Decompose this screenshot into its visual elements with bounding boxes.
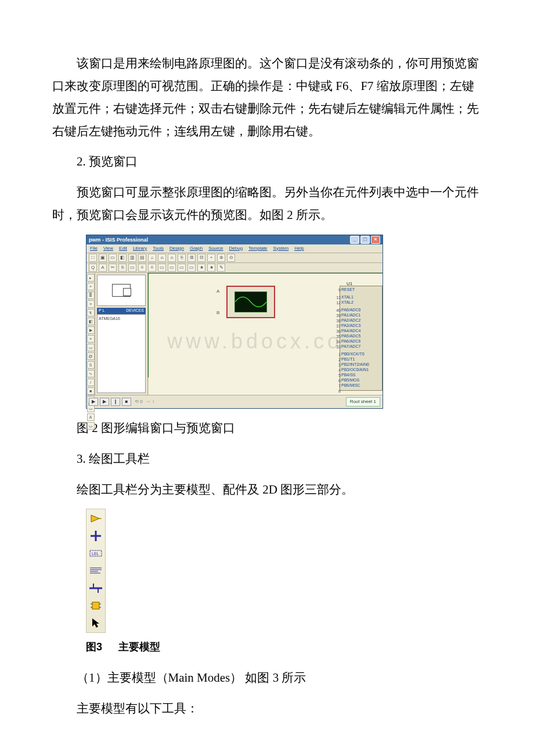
sim-stop[interactable]: ■ bbox=[122, 398, 131, 406]
menu-tools[interactable]: Tools bbox=[153, 244, 164, 253]
side-tool[interactable]: ◧ bbox=[87, 318, 95, 325]
toolbar-button[interactable]: ▭ bbox=[187, 264, 196, 272]
menu-debug[interactable]: Debug bbox=[229, 244, 243, 253]
side-tool[interactable]: S bbox=[87, 361, 95, 369]
sim-step[interactable]: ▶ bbox=[100, 398, 109, 406]
toolbar-button[interactable]: + bbox=[207, 254, 215, 262]
sim-play[interactable]: ▶ bbox=[89, 398, 98, 406]
toolbar-button[interactable]: ≡ bbox=[138, 264, 146, 272]
toolbar-row-2[interactable]: QA✂⎘▭≡≡▭▭▭▭★★✎ bbox=[86, 263, 383, 273]
toolbar-row-1[interactable]: □▣▭◧▥▤⌕⎌⎌⎘⊞⊟+⊕⊖ bbox=[86, 253, 383, 263]
script-icon[interactable] bbox=[89, 564, 103, 578]
menu-graph[interactable]: Graph bbox=[190, 244, 203, 253]
menu-bar[interactable]: FileViewEditLibraryToolsDesignGraphSourc… bbox=[86, 244, 383, 253]
side-tool[interactable]: ∿ bbox=[87, 370, 95, 377]
side-tool[interactable]: ▶ bbox=[87, 326, 95, 334]
toolbar-button[interactable]: ⌕ bbox=[148, 254, 156, 262]
menu-system[interactable]: System bbox=[273, 244, 289, 253]
chip-pin-label: PB0/XCK/T0 bbox=[341, 351, 381, 357]
isis-window: pwm - ISIS Professional _ □ × FileViewEd… bbox=[86, 235, 383, 409]
window-titlebar[interactable]: pwm - ISIS Professional _ □ × bbox=[86, 235, 383, 244]
side-panel: P L DEVICES ATMEGA16 bbox=[95, 273, 148, 395]
component-icon[interactable] bbox=[89, 512, 103, 525]
sheet-tab[interactable]: Root sheet 1 bbox=[346, 397, 380, 407]
chip-pin-label: PA3/ADC3 bbox=[341, 323, 381, 328]
label-icon[interactable]: LEL bbox=[89, 546, 103, 560]
toolbar-button[interactable]: ◧ bbox=[118, 254, 127, 262]
side-tool[interactable]: + bbox=[87, 283, 95, 290]
toolbar-button[interactable]: ✎ bbox=[217, 264, 225, 272]
junction-icon[interactable] bbox=[89, 529, 103, 543]
subcircuit-icon[interactable] bbox=[89, 599, 103, 613]
toolbar-button[interactable]: ✂ bbox=[109, 264, 117, 272]
toolbar-button[interactable]: ⊖ bbox=[227, 254, 235, 262]
preview-thumbnail bbox=[112, 284, 131, 297]
side-tool[interactable]: ≡ bbox=[87, 300, 95, 308]
toolbar-button[interactable]: ⎌ bbox=[168, 254, 176, 262]
chip-pin-number: 12 bbox=[336, 300, 341, 307]
chip-pin-label: PB3/OC0/AIN1 bbox=[341, 367, 381, 372]
toolbar-button[interactable]: ⊟ bbox=[197, 254, 205, 262]
chip-pin-label: RESET bbox=[341, 287, 381, 292]
figure-2: pwm - ISIS Professional _ □ × FileViewEd… bbox=[86, 235, 482, 409]
device-list-item[interactable]: ATMEGA16 bbox=[99, 315, 144, 323]
side-tool[interactable]: ▸ bbox=[87, 274, 95, 282]
side-tool[interactable]: ↯ bbox=[87, 309, 95, 316]
side-tool[interactable]: ▭ bbox=[87, 422, 95, 430]
oscilloscope[interactable] bbox=[226, 286, 275, 318]
toolbar-button[interactable]: ⎘ bbox=[178, 254, 186, 262]
toolbar-button[interactable]: ▣ bbox=[99, 254, 107, 262]
toolbar-button[interactable]: ⎘ bbox=[118, 264, 127, 272]
window-maximize-button[interactable]: □ bbox=[360, 236, 370, 244]
toolbar-button[interactable]: Q bbox=[89, 264, 97, 272]
status-bar: ▶▶‖■ ⟲ 0 ↔ ↕ Root sheet 1 bbox=[86, 395, 383, 408]
chip-pin-label: PB6/MISC bbox=[341, 383, 381, 388]
window-close-button[interactable]: × bbox=[371, 236, 380, 244]
toolbar-button[interactable]: ▭ bbox=[168, 264, 176, 272]
side-tool[interactable]: / bbox=[87, 379, 95, 386]
toolbar-button[interactable]: ▭ bbox=[178, 264, 186, 272]
toolbar-button[interactable]: ▭ bbox=[128, 264, 136, 272]
paragraph-toolbar-parts: 绘图工具栏分为主要模型、配件及 2D 图形三部分。 bbox=[52, 478, 482, 501]
side-tool[interactable]: ≡ bbox=[87, 335, 95, 343]
chip-pin-label: PA1/ADC1 bbox=[341, 312, 381, 318]
toolbar-button[interactable]: ▭ bbox=[109, 254, 117, 262]
toolbar-button[interactable]: ▥ bbox=[128, 254, 136, 262]
chip-pin-label: PA6/ADC6 bbox=[341, 339, 381, 344]
toolbar-button[interactable]: A bbox=[99, 264, 107, 272]
chip-pin-label: PB1/T1 bbox=[341, 357, 381, 362]
menu-view[interactable]: View bbox=[103, 244, 113, 253]
toolbar-button[interactable]: ≡ bbox=[148, 264, 156, 272]
toolbar-button[interactable]: ★ bbox=[207, 264, 215, 272]
bus-icon[interactable] bbox=[89, 581, 103, 595]
menu-source[interactable]: Source bbox=[208, 244, 223, 253]
side-tool[interactable]: ≣ bbox=[87, 291, 95, 299]
toolbar-button[interactable]: ⊕ bbox=[217, 254, 225, 262]
device-list[interactable]: ATMEGA16 bbox=[97, 314, 146, 393]
side-tool[interactable]: @ bbox=[87, 352, 95, 360]
device-list-header[interactable]: P L DEVICES bbox=[97, 308, 146, 314]
svg-rect-13 bbox=[92, 602, 99, 609]
side-tool[interactable]: ■ bbox=[87, 387, 95, 395]
preview-pane[interactable] bbox=[97, 275, 146, 306]
menu-edit[interactable]: Edit bbox=[119, 244, 127, 253]
side-tool[interactable]: A bbox=[87, 413, 95, 421]
menu-design[interactable]: Design bbox=[169, 244, 184, 253]
schematic-canvas[interactable]: www.bdocx.com A B U1 RESETXTAL1XTAL2PA0/… bbox=[148, 273, 383, 395]
window-minimize-button[interactable]: _ bbox=[350, 236, 359, 244]
figure-3-caption: 图3 主要模型 bbox=[86, 638, 482, 657]
pointer-icon[interactable] bbox=[89, 616, 103, 630]
left-tool-palette[interactable]: ▸+≣≡↯◧▶≡▭@S∿/■●▭A▭ bbox=[86, 273, 95, 395]
menu-template[interactable]: Template bbox=[248, 244, 267, 253]
menu-library[interactable]: Library bbox=[133, 244, 147, 253]
side-tool[interactable]: ▭ bbox=[87, 344, 95, 351]
toolbar-button[interactable]: ⎌ bbox=[158, 254, 166, 262]
toolbar-button[interactable]: ⊞ bbox=[187, 254, 196, 262]
menu-help[interactable]: Help bbox=[294, 244, 304, 253]
menu-file[interactable]: File bbox=[90, 244, 98, 253]
toolbar-button[interactable]: □ bbox=[89, 254, 97, 262]
toolbar-button[interactable]: ★ bbox=[197, 264, 205, 272]
toolbar-button[interactable]: ▤ bbox=[138, 254, 146, 262]
toolbar-button[interactable]: ▭ bbox=[158, 264, 166, 272]
sim-pause[interactable]: ‖ bbox=[111, 398, 120, 406]
